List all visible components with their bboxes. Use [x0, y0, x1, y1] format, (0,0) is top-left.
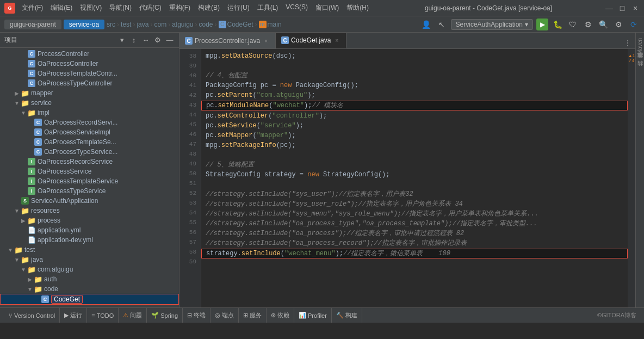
coverage-button[interactable]: 🛡: [567, 19, 579, 30]
tree-arrow-17: ▶: [20, 218, 27, 224]
tree-item-5[interactable]: ▼📁service: [0, 98, 179, 108]
tree-item-7[interactable]: COaProcessRecordServi...: [0, 118, 179, 127]
bc-atguigu[interactable]: atguigu: [172, 21, 193, 28]
endpoint-label: 端点: [222, 311, 234, 319]
tree-item-23[interactable]: ▶📁auth: [0, 274, 179, 284]
nav-icon-cursor[interactable]: ↖: [436, 19, 448, 30]
bc-main[interactable]: m main: [259, 21, 282, 28]
menu-view[interactable]: 视图(V): [77, 2, 105, 14]
bc-m-icon: m: [259, 21, 267, 28]
status-profiler[interactable]: 📊 Profiler: [294, 308, 332, 323]
tree-item-4[interactable]: ▶📁mapper: [0, 88, 179, 98]
tree-item-24[interactable]: ▼📁code: [0, 284, 179, 294]
bc-code[interactable]: code: [199, 21, 213, 28]
bc-java[interactable]: java: [137, 21, 148, 28]
tree-icon-20: 📁: [14, 245, 23, 254]
line-num-38: 38: [179, 51, 201, 61]
code-line-44: pc.setController("controller");: [201, 111, 628, 121]
tree-item-11[interactable]: IOaProcessRecordService: [0, 157, 179, 167]
service-tab[interactable]: service-oa: [64, 20, 104, 29]
search-button[interactable]: 🔍: [597, 19, 609, 30]
right-panel-maven[interactable]: Maven: [636, 35, 644, 58]
minimize-button[interactable]: —: [605, 4, 614, 13]
status-dependencies[interactable]: ⊛ 依赖: [267, 308, 294, 323]
right-panel-structure[interactable]: 结构: [635, 67, 645, 74]
menu-help[interactable]: 帮助(H): [343, 2, 372, 14]
debug-button[interactable]: 🐛: [552, 19, 564, 30]
close-button[interactable]: ×: [631, 4, 640, 13]
tree-item-16[interactable]: ▼📁resources: [0, 206, 179, 215]
menu-build[interactable]: 构建(B): [195, 2, 223, 14]
tree-item-15[interactable]: SServiceAuthApplication: [0, 196, 179, 206]
tab-processcontroller[interactable]: C ProcessController.java ×: [179, 33, 276, 48]
sidebar-align-icon[interactable]: ↕: [129, 35, 139, 45]
tree-item-17[interactable]: ▶📁process: [0, 215, 179, 225]
tree-item-6[interactable]: ▼📁impl: [0, 108, 179, 118]
menu-nav[interactable]: 导航(N): [106, 2, 135, 14]
status-version-control[interactable]: ⑂ Version Control: [4, 308, 60, 323]
right-panel-vcs[interactable]: 版本控制: [635, 59, 645, 66]
menu-code[interactable]: 代码(C): [136, 2, 165, 14]
bc-src[interactable]: src: [107, 21, 115, 28]
tree-item-22[interactable]: ▼📁com.atguigu: [0, 264, 179, 274]
code-content[interactable]: mpg.setDataSource(dsc); // 4、包配置 Package…: [201, 49, 628, 307]
bc-test[interactable]: test: [121, 21, 131, 28]
tree-item-1[interactable]: COaProcessController: [0, 59, 179, 69]
tree-item-14[interactable]: IOaProcessTypeService: [0, 186, 179, 196]
tab-split-icon[interactable]: ⋮: [622, 38, 633, 48]
todo-label: TODO: [97, 312, 114, 319]
tab-close-processcontroller[interactable]: ×: [262, 37, 270, 45]
project-tab[interactable]: guigu-oa-parent: [4, 20, 61, 29]
tree-item-25[interactable]: CCodeGet: [0, 294, 179, 305]
tree-item-8[interactable]: COaProcessServiceImpl: [0, 127, 179, 137]
app-logo: G: [4, 3, 15, 14]
sidebar-expand-icon[interactable]: ↔: [141, 35, 151, 45]
bc-codefile[interactable]: C CodeGet: [219, 21, 253, 28]
nav-icon-user[interactable]: 👤: [420, 19, 432, 30]
tree-item-2[interactable]: COaProcessTemplateContr...: [0, 69, 179, 78]
tree-item-9[interactable]: COaProcessTemplateSe...: [0, 137, 179, 147]
tree-item-19[interactable]: 📄application-dev.yml: [0, 235, 179, 245]
maximize-button[interactable]: □: [618, 4, 627, 13]
menu-file[interactable]: 文件(F): [18, 2, 46, 14]
bc-com[interactable]: com: [154, 21, 166, 28]
status-problems[interactable]: ⚠ 问题: [119, 308, 147, 323]
code-editor[interactable]: 3839404142434445464748495051525354555657…: [179, 49, 635, 307]
menu-run[interactable]: 运行(U): [224, 2, 253, 14]
status-build[interactable]: 🔨 构建: [332, 308, 362, 323]
tab-codeget[interactable]: C CodeGet.java ×: [276, 33, 346, 48]
menu-vcs[interactable]: VCS(S): [282, 2, 311, 14]
update-button[interactable]: ⟳: [628, 19, 640, 30]
line-num-40: 40: [179, 71, 201, 81]
status-todo[interactable]: ≡ TODO: [87, 308, 119, 323]
tree-arrow-24: ▼: [26, 286, 34, 292]
sidebar-toggle-icon[interactable]: ▾: [117, 35, 127, 45]
service-selector[interactable]: ServiceAuthApplication ▾: [451, 19, 533, 30]
status-services[interactable]: ⊞ 服务: [239, 308, 267, 323]
settings-button[interactable]: ⚙: [612, 19, 624, 30]
tree-item-10[interactable]: COaProcessTypeService...: [0, 147, 179, 157]
status-terminal[interactable]: ⊟ 终端: [183, 308, 210, 323]
menu-edit[interactable]: 编辑(E): [47, 2, 76, 14]
tree-item-0[interactable]: CProcessController: [0, 49, 179, 59]
tree-item-21[interactable]: ▼📁java: [0, 255, 179, 264]
menu-window[interactable]: 窗口(W): [312, 2, 342, 14]
menu-refactor[interactable]: 重构(F): [166, 2, 194, 14]
code-line-49: // 5、策略配置: [201, 160, 628, 170]
tree-item-3[interactable]: COaProcessTypeController: [0, 78, 179, 88]
tree-item-18[interactable]: 📄application.yml: [0, 225, 179, 235]
run-button[interactable]: ▶: [536, 19, 548, 30]
tree-item-12[interactable]: IOaProcessService: [0, 167, 179, 176]
status-endpoints[interactable]: ◎ 端点: [210, 308, 239, 323]
sidebar-close-icon[interactable]: —: [165, 35, 175, 45]
sidebar-settings-icon[interactable]: ⚙: [153, 35, 163, 45]
tree-item-13[interactable]: IOaProcessTemplateService: [0, 176, 179, 186]
run-config-button[interactable]: ⚙: [582, 19, 594, 30]
status-spring[interactable]: 🌱 Spring: [147, 308, 183, 323]
right-panel: Maven 版本控制 结构: [635, 33, 644, 307]
code-line-38: mpg.setDataSource(dsc);: [201, 51, 628, 61]
tab-close-codeget[interactable]: ×: [333, 36, 340, 44]
status-run[interactable]: ▶ 运行: [60, 308, 87, 323]
menu-tools[interactable]: 工具(L): [254, 2, 282, 14]
tree-item-20[interactable]: ▼📁test: [0, 245, 179, 255]
